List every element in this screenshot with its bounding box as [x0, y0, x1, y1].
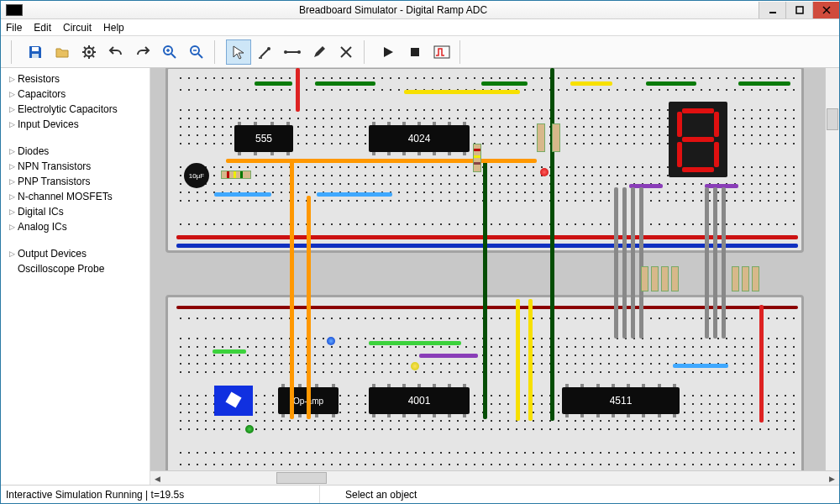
scroll-left-button[interactable]: ◀	[150, 471, 165, 486]
menu-circuit[interactable]: Circuit	[63, 22, 92, 34]
led-blue[interactable]	[327, 337, 335, 345]
wire[interactable]	[290, 159, 294, 419]
wire[interactable]	[255, 81, 292, 86]
component-sidebar[interactable]: ▷Resistors ▷Capacitors ▷Electrolytic Cap…	[1, 68, 150, 485]
zoom-in-button[interactable]	[157, 39, 182, 65]
close-button[interactable]	[812, 2, 839, 18]
undo-button[interactable]	[103, 39, 129, 65]
scroll-thumb[interactable]	[276, 472, 327, 484]
resistor[interactable]	[552, 123, 560, 152]
wire[interactable]	[550, 68, 554, 421]
svg-rect-31	[411, 48, 419, 56]
wire[interactable]	[307, 196, 311, 419]
sidebar-item-resistors[interactable]: ▷Resistors	[1, 71, 150, 87]
select-tool-button[interactable]	[226, 39, 251, 65]
potentiometer[interactable]	[214, 386, 253, 416]
menu-edit[interactable]: Edit	[34, 22, 51, 34]
resistor[interactable]	[537, 123, 545, 152]
wire[interactable]	[296, 68, 300, 112]
wire[interactable]	[315, 81, 375, 86]
svg-point-24	[267, 47, 270, 50]
resistor[interactable]	[671, 266, 679, 291]
svg-line-13	[92, 55, 94, 57]
ic-555[interactable]: 555	[234, 125, 293, 152]
sidebar-item-digital-ics[interactable]: ▷Digital ICs	[1, 204, 150, 219]
ic-4001[interactable]: 4001	[369, 387, 470, 414]
status-simulation: Interactive Simulation Running | t=19.5s	[6, 489, 184, 501]
wire[interactable]	[481, 81, 528, 86]
wire[interactable]	[369, 341, 461, 345]
run-button[interactable]	[375, 39, 401, 65]
scroll-right-button[interactable]: ▶	[825, 471, 839, 486]
resistor[interactable]	[651, 266, 659, 291]
statusbar: Interactive Simulation Running | t=19.5s…	[1, 485, 839, 503]
maximize-button[interactable]	[785, 2, 812, 18]
sidebar-item-diodes[interactable]: ▷Diodes	[1, 144, 150, 159]
wire[interactable]	[759, 305, 764, 423]
sidebar-item-output-devices[interactable]: ▷Output Devices	[1, 246, 150, 261]
led-green[interactable]	[245, 425, 254, 433]
menu-help[interactable]: Help	[103, 22, 124, 34]
wire[interactable]	[516, 299, 520, 421]
wire[interactable]	[419, 354, 478, 358]
wire[interactable]	[738, 81, 790, 86]
wire[interactable]	[646, 81, 696, 86]
resistor[interactable]	[641, 266, 648, 291]
probe-tool-button[interactable]	[253, 39, 278, 65]
ic-4024[interactable]: 4024	[369, 125, 470, 152]
led-red[interactable]	[540, 168, 549, 176]
stop-button[interactable]	[402, 39, 428, 65]
wire[interactable]	[317, 192, 392, 197]
resistor[interactable]	[473, 144, 481, 172]
electrolytic-capacitor[interactable]: 10µF	[184, 163, 209, 188]
wire[interactable]	[614, 187, 618, 339]
open-button[interactable]	[50, 39, 75, 65]
resistor[interactable]	[732, 266, 739, 291]
sidebar-item-pnp-transistors[interactable]: ▷PNP Transistors	[1, 174, 150, 189]
horizontal-scrollbar[interactable]: ◀ ▶	[150, 470, 839, 485]
svg-line-15	[84, 55, 86, 57]
wire[interactable]	[639, 187, 643, 339]
sidebar-item-input-devices[interactable]: ▷Input Devices	[1, 117, 150, 132]
wire[interactable]	[722, 187, 726, 339]
wire[interactable]	[483, 159, 487, 419]
wire[interactable]	[226, 159, 537, 163]
settings-button[interactable]	[76, 39, 102, 65]
resistor[interactable]	[221, 171, 251, 179]
wire[interactable]	[570, 81, 612, 86]
minimize-button[interactable]	[759, 2, 785, 18]
zoom-out-button[interactable]	[184, 39, 209, 65]
redo-button[interactable]	[130, 39, 155, 65]
wire[interactable]	[631, 187, 635, 339]
ic-4511[interactable]: 4511	[562, 387, 680, 414]
cut-tool-button[interactable]	[333, 39, 359, 65]
resistor[interactable]	[752, 266, 759, 291]
sidebar-item-npn-transistors[interactable]: ▷NPN Transistors	[1, 159, 150, 174]
wire[interactable]	[713, 187, 717, 339]
resistor[interactable]	[661, 266, 669, 291]
sidebar-item-oscilloscope-probe[interactable]: Oscilloscope Probe	[1, 261, 150, 276]
menu-file[interactable]: File	[6, 22, 22, 34]
save-button[interactable]	[23, 39, 48, 65]
sidebar-item-mosfets[interactable]: ▷N-channel MOSFETs	[1, 189, 150, 204]
breadboard-canvas[interactable]: 555 4024	[150, 68, 839, 470]
content-area: ▷Resistors ▷Capacitors ▷Electrolytic Cap…	[1, 68, 839, 485]
svg-point-28	[297, 50, 301, 54]
wire-tool-button[interactable]	[280, 39, 305, 65]
sidebar-item-analog-ics[interactable]: ▷Analog ICs	[1, 219, 150, 234]
scope-button[interactable]	[429, 39, 454, 65]
wire[interactable]	[705, 187, 709, 339]
sidebar-item-electrolytic-capacitors[interactable]: ▷Electrolytic Capacitors	[1, 102, 150, 117]
wire[interactable]	[673, 364, 728, 368]
sidebar-item-capacitors[interactable]: ▷Capacitors	[1, 87, 150, 102]
edit-tool-button[interactable]	[307, 39, 332, 65]
resistor[interactable]	[742, 266, 749, 291]
wire[interactable]	[213, 349, 246, 354]
vertical-scrollbar[interactable]	[825, 68, 839, 470]
seven-segment-display[interactable]	[669, 102, 727, 177]
wire[interactable]	[404, 90, 520, 94]
wire[interactable]	[622, 187, 627, 339]
led-yellow[interactable]	[411, 362, 419, 370]
wire[interactable]	[214, 192, 271, 197]
wire[interactable]	[528, 299, 533, 421]
